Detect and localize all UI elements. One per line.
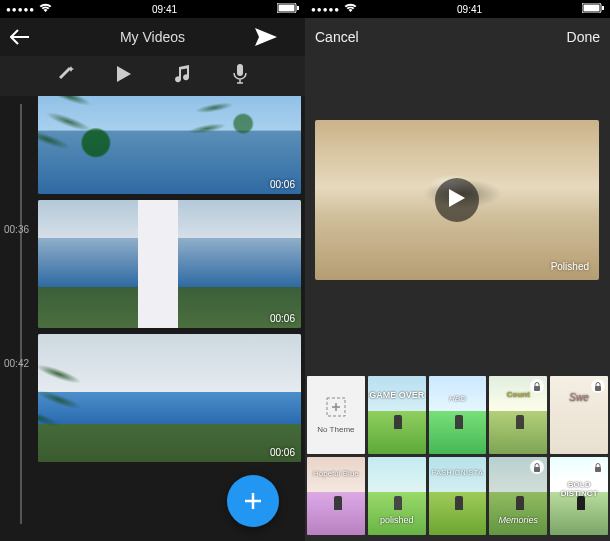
clip-duration: 00:06 bbox=[270, 179, 295, 190]
theme-count[interactable]: Count bbox=[489, 376, 547, 454]
header-left: My Videos bbox=[0, 18, 305, 56]
theme-fashionista[interactable]: FASHIONISTA bbox=[429, 457, 487, 535]
preview-theme-name: Polished bbox=[551, 261, 589, 272]
theme-bold-distinct[interactable]: BOLD DISTINCT bbox=[550, 457, 608, 535]
theme-label: HBD bbox=[429, 394, 487, 403]
theme-hopeful-blue[interactable]: Hopeful Blue bbox=[307, 457, 365, 535]
theme-label: GAME OVER bbox=[368, 390, 426, 400]
time-gutter: 00:36 00:42 bbox=[0, 96, 38, 541]
clip-2[interactable]: 00:06 bbox=[38, 200, 301, 328]
preview-play-button[interactable] bbox=[435, 178, 479, 222]
theme-hbd[interactable]: HBD bbox=[429, 376, 487, 454]
theme-label: polished bbox=[368, 515, 426, 525]
status-bar-left: ●●●●● 09:41 bbox=[0, 0, 305, 18]
svg-rect-11 bbox=[595, 467, 601, 472]
battery-icon bbox=[582, 3, 604, 15]
add-square-icon bbox=[326, 397, 346, 421]
clip-3[interactable]: 00:06 bbox=[38, 334, 301, 462]
editor-toolbar bbox=[0, 56, 305, 96]
done-button[interactable]: Done bbox=[560, 29, 600, 45]
svg-rect-1 bbox=[297, 6, 299, 10]
lock-icon bbox=[591, 379, 605, 393]
microphone-icon bbox=[233, 64, 247, 88]
lock-icon bbox=[591, 460, 605, 474]
magic-wand-icon bbox=[57, 65, 75, 87]
svg-rect-3 bbox=[237, 64, 243, 76]
timeline[interactable]: 00:36 00:42 00:06 00:06 00:06 bbox=[0, 96, 305, 541]
svg-rect-6 bbox=[583, 5, 599, 12]
time-label-2: 00:42 bbox=[4, 358, 29, 369]
play-icon bbox=[117, 66, 131, 86]
theme-grid: No Theme GAME OVER HBD Count Swe Hopeful… bbox=[305, 372, 610, 541]
time-label-1: 00:36 bbox=[4, 224, 29, 235]
signal-dots-icon: ●●●●● bbox=[6, 5, 35, 14]
back-button[interactable] bbox=[10, 29, 50, 45]
clip-1[interactable]: 00:06 bbox=[38, 96, 301, 194]
theme-label: FASHIONISTA bbox=[429, 469, 487, 476]
theme-label: Hopeful Blue bbox=[307, 469, 365, 478]
status-time: 09:41 bbox=[152, 4, 177, 15]
music-button[interactable] bbox=[170, 64, 194, 88]
theme-preview[interactable]: Polished bbox=[315, 120, 599, 280]
mic-button[interactable] bbox=[228, 64, 252, 88]
theme-label: Memories bbox=[489, 515, 547, 525]
wifi-icon bbox=[39, 3, 52, 15]
signal-dots-icon: ●●●●● bbox=[311, 5, 340, 14]
page-title: My Videos bbox=[50, 29, 255, 45]
play-button[interactable] bbox=[112, 64, 136, 88]
svg-rect-2 bbox=[278, 5, 294, 12]
music-note-icon bbox=[174, 65, 190, 87]
send-icon bbox=[255, 28, 295, 46]
status-time: 09:41 bbox=[457, 4, 482, 15]
clip-duration: 00:06 bbox=[270, 447, 295, 458]
theme-pane: ●●●●● 09:41 Cancel Done Polished No bbox=[305, 0, 610, 541]
play-icon bbox=[449, 189, 465, 211]
clip-duration: 00:06 bbox=[270, 313, 295, 324]
theme-swe[interactable]: Swe bbox=[550, 376, 608, 454]
status-bar-right: ●●●●● 09:41 bbox=[305, 0, 610, 18]
theme-label: BOLD DISTINCT bbox=[550, 481, 608, 499]
svg-rect-8 bbox=[534, 386, 540, 391]
header-right: Cancel Done bbox=[305, 18, 610, 56]
wifi-icon bbox=[344, 3, 357, 15]
arrow-left-icon bbox=[10, 29, 50, 45]
send-button[interactable] bbox=[255, 28, 295, 46]
battery-icon bbox=[277, 3, 299, 15]
theme-label: No Theme bbox=[307, 425, 365, 434]
theme-label: Swe bbox=[550, 392, 608, 403]
clips-container: 00:06 00:06 00:06 bbox=[38, 96, 301, 468]
theme-game-over[interactable]: GAME OVER bbox=[368, 376, 426, 454]
svg-rect-9 bbox=[595, 386, 601, 391]
cancel-button[interactable]: Cancel bbox=[315, 29, 359, 45]
svg-rect-5 bbox=[602, 6, 604, 10]
theme-no-theme[interactable]: No Theme bbox=[307, 376, 365, 454]
svg-rect-10 bbox=[534, 467, 540, 472]
editor-pane: ●●●●● 09:41 My Videos bbox=[0, 0, 305, 541]
theme-polished[interactable]: polished bbox=[368, 457, 426, 535]
theme-memories[interactable]: Memories bbox=[489, 457, 547, 535]
plus-icon bbox=[241, 489, 265, 513]
add-clip-button[interactable] bbox=[227, 475, 279, 527]
effects-button[interactable] bbox=[54, 64, 78, 88]
